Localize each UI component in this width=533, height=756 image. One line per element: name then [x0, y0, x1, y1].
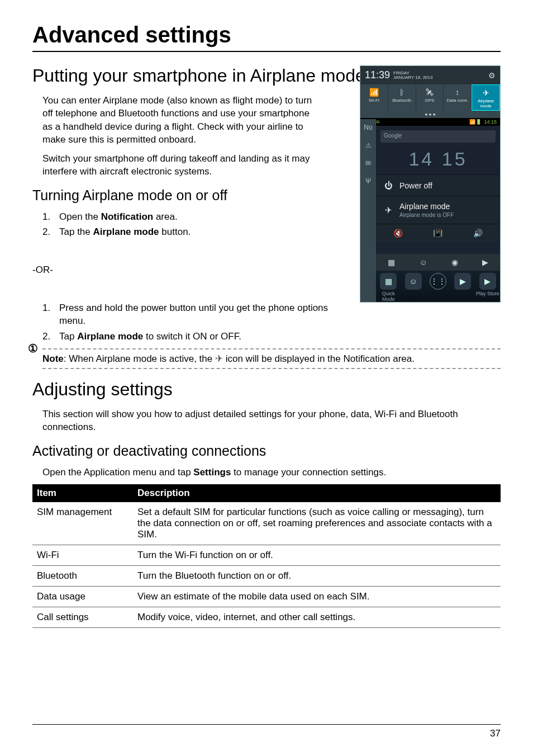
- activating-subheading: Activating or deactivating connections: [32, 443, 501, 459]
- notif-time: 11:39: [365, 69, 390, 81]
- dock-quick-mode[interactable]: ▦Quick Mode: [376, 273, 401, 302]
- step-open-notification: Open the Notification area.: [42, 210, 501, 223]
- page-footer: 37: [32, 724, 501, 739]
- toggle-data[interactable]: ↕Data conn.: [444, 84, 472, 111]
- activating-para: Open the Application menu and tap Settin…: [42, 466, 501, 479]
- page-dots: ● ● ●: [360, 111, 500, 118]
- android-status-bar: ⚠?✉ 📶🔋 14:15: [360, 118, 500, 126]
- note-alert-icon: ①: [28, 342, 38, 355]
- airplane-steps-2: Press and hold the power button until yo…: [42, 301, 333, 343]
- adjusting-para: This section will show you how to adjust…: [42, 408, 501, 434]
- dock-play-store[interactable]: ▶Play Store: [475, 273, 500, 296]
- airplane-inline-icon: ✈: [215, 353, 223, 366]
- quick-toggles: 📶Wi-Fi ᛒBluetooth 🛰GPS ↕Data conn. ✈Airp…: [360, 84, 500, 111]
- page-number: 37: [490, 728, 501, 739]
- step-hold-power: Press and hold the power button until yo…: [42, 301, 333, 328]
- section-adjusting-heading: Adjusting settings: [32, 379, 501, 400]
- table-row: Data usageView an estimate of the mobile…: [32, 587, 501, 607]
- mail-icon: ✉: [365, 159, 371, 167]
- homescreen-row: ▦☺◉▶: [376, 254, 500, 271]
- notif-date: FRIDAYJANUARY 18, 2013: [393, 71, 432, 80]
- airplane-para-2: Switch your smartphone off during takeof…: [42, 152, 322, 178]
- table-row: BluetoothTurn the Bluetooth function on …: [32, 566, 501, 587]
- power-icon: ⏻: [384, 181, 393, 190]
- phone-screenshot: 11:39 FRIDAYJANUARY 18, 2013 ⚙ 📶Wi-Fi ᛒB…: [360, 65, 501, 303]
- usb-icon: Ψ: [365, 177, 371, 185]
- page-title: Advanced settings: [32, 22, 501, 48]
- title-rule: [32, 51, 501, 52]
- airplane-para-1: You can enter Airplane mode (also known …: [42, 94, 322, 147]
- note-rule-top: [42, 348, 501, 349]
- table-row: SIM managementSet a default SIM for part…: [32, 502, 501, 545]
- toggle-wifi[interactable]: 📶Wi-Fi: [360, 84, 388, 111]
- step-tap-airplane-2: Tap Airplane mode to switch it ON or OFF…: [42, 330, 333, 343]
- menu-power-off[interactable]: ⏻ Power off: [376, 174, 500, 196]
- dock-app-2[interactable]: ☺: [401, 273, 425, 291]
- col-desc-header: Description: [133, 484, 501, 502]
- dock-app-4[interactable]: ▶: [450, 273, 475, 291]
- table-row: Wi-FiTurn the Wi-Fi function on or off.: [32, 545, 501, 566]
- note-text: Note: When Airplane mode is active, the …: [42, 351, 501, 367]
- warning-icon: ⚠: [365, 141, 372, 149]
- note-rule-bottom: [42, 368, 501, 369]
- step-tap-airplane: Tap the Airplane mode button.: [42, 225, 501, 238]
- lockscreen-clock: 14 15: [376, 146, 500, 174]
- col-item-header: Item: [32, 484, 133, 502]
- toggle-gps[interactable]: 🛰GPS: [416, 84, 444, 111]
- table-row: Call settingsModify voice, video, intern…: [32, 607, 501, 628]
- dock-apps[interactable]: ⋮⋮: [426, 273, 450, 291]
- toggle-airplane[interactable]: ✈Airplane mode: [472, 84, 500, 111]
- note-block: ① Note: When Airplane mode is active, th…: [32, 348, 501, 369]
- dock: ▦Quick Mode ☺ ⋮⋮ ▶ ▶Play Store: [376, 271, 500, 302]
- google-search[interactable]: Google: [380, 130, 496, 143]
- settings-icon[interactable]: ⚙: [488, 71, 496, 80]
- toggle-bluetooth[interactable]: ᛒBluetooth: [388, 84, 416, 111]
- notif-header: 11:39 FRIDAYJANUARY 18, 2013 ⚙: [360, 66, 500, 84]
- connections-table: Item Description SIM managementSet a def…: [32, 484, 501, 628]
